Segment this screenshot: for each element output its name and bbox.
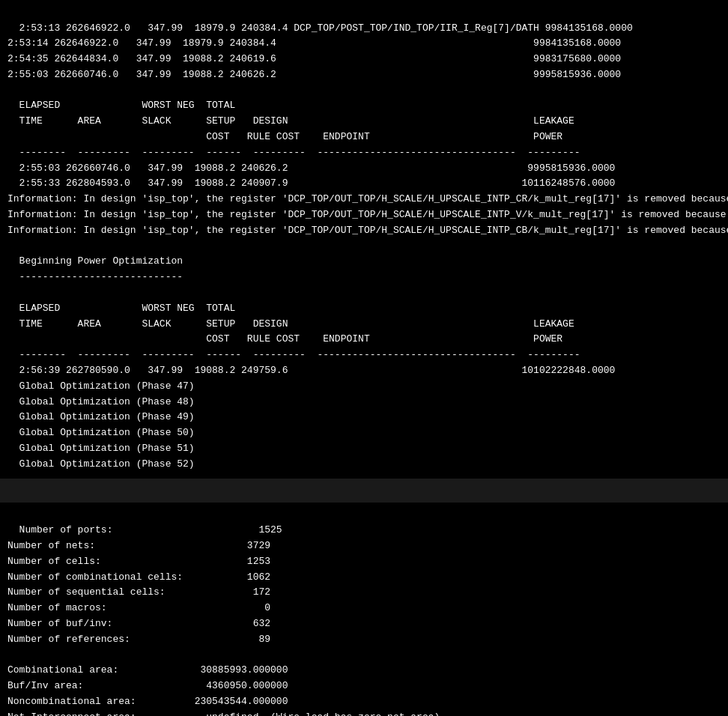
- top-terminal-block: 2:53:13 262646922.0 347.99 18979.9 24038…: [0, 0, 728, 479]
- bottom-terminal-content: Number of ports: 1525 Number of nets: 37…: [7, 524, 440, 716]
- top-terminal-content: 2:53:13 262646922.0 347.99 18979.9 24038…: [7, 22, 728, 470]
- bottom-terminal-block: Number of ports: 1525 Number of nets: 37…: [0, 503, 728, 716]
- separator: [0, 491, 728, 503]
